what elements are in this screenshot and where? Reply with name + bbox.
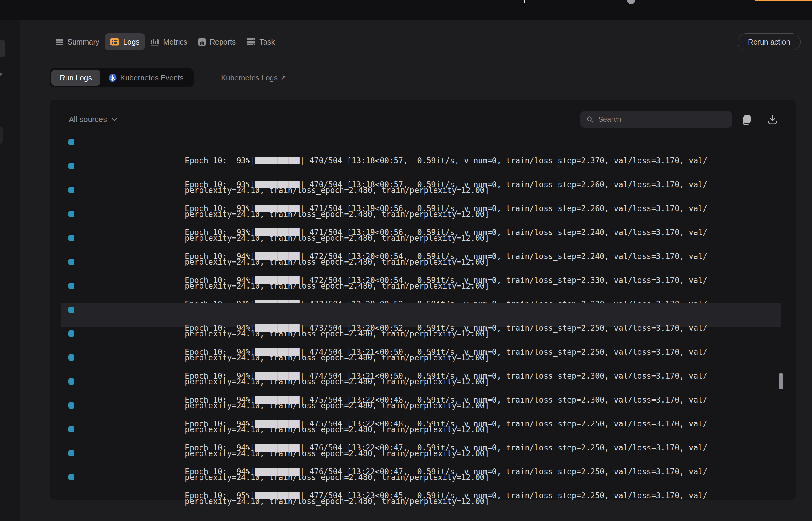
sidebar-item-partial[interactable] — [0, 40, 5, 57]
tab-summary[interactable]: Summary — [50, 33, 105, 50]
log-row[interactable]: Epoch 10: 94%|| 473/504 [13:20<00:52, 0.… — [61, 279, 782, 303]
copy-logs-button[interactable] — [740, 113, 753, 126]
tab-label: Metrics — [163, 38, 187, 46]
run-logs-panel: All sources Epoch 10: 93%|| 470/504 [13:… — [50, 100, 796, 500]
log-row[interactable]: Epoch 10: 94%|| 472/504 [13:20<00:54, 0.… — [61, 255, 782, 279]
log-row[interactable]: Epoch 10: 93%|| 470/504 [13:18<00:57, 0.… — [61, 135, 782, 159]
log-level-bullet — [68, 139, 74, 145]
logs-subtabs: Run Logs Kubernetes Events — [50, 68, 194, 87]
tab-task[interactable]: Task — [241, 33, 280, 50]
tab-label: Reports — [210, 38, 236, 46]
user-avatar[interactable] — [627, 0, 635, 4]
log-level-bullet — [68, 307, 74, 313]
log-row[interactable]: Epoch 10: 95%|| 477/504 [13:23<00:45, 0.… — [61, 470, 782, 494]
log-row[interactable]: Epoch 10: 94%|| 476/504 [13:22<00:47, 0.… — [61, 446, 782, 470]
progress-bar — [255, 492, 300, 499]
summary-lines-icon — [55, 38, 63, 46]
log-level-bullet — [68, 426, 74, 432]
search-icon — [586, 115, 593, 123]
log-level-bullet — [68, 282, 74, 289]
log-level-bullet — [68, 355, 74, 361]
kubernetes-icon — [109, 74, 117, 82]
log-level-bullet — [68, 259, 74, 265]
log-row[interactable]: Epoch 10: 94%|| 474/504 [13:21<00:50, 0.… — [61, 350, 782, 375]
accent-progress-line — [755, 0, 812, 1]
download-icon — [767, 115, 777, 125]
tab-logs[interactable]: Logs — [105, 33, 145, 50]
caret-mark — [524, 0, 525, 3]
log-row[interactable]: Epoch 10: 94%|| 472/504 [13:20<00:54, 0.… — [61, 231, 782, 255]
link-label: Kubernetes Logs — [221, 73, 278, 82]
log-level-bullet — [68, 331, 74, 337]
tab-label: Logs — [123, 38, 139, 46]
left-sidebar — [0, 20, 20, 521]
log-search — [581, 111, 732, 128]
report-doc-icon — [198, 38, 206, 46]
log-row[interactable]: Epoch 10: 94%|| 475/504 [13:22<00:48, 0.… — [61, 375, 782, 399]
kubernetes-logs-link[interactable]: Kubernetes Logs ↗ — [221, 68, 286, 87]
log-level-bullet — [68, 163, 74, 169]
log-text: Epoch 10: 95%|| 477/504 [13:23<00:45, 0.… — [185, 471, 707, 521]
subtab-kubernetes-events[interactable]: Kubernetes Events — [100, 70, 192, 86]
tab-reports[interactable]: Reports — [193, 33, 242, 50]
bar-chart-icon — [150, 38, 159, 46]
stack-icon — [247, 38, 255, 46]
log-row[interactable]: Epoch 10: 94%|| 474/504 [13:21<00:50, 0.… — [61, 326, 782, 350]
log-level-bullet — [68, 474, 74, 480]
tab-metrics[interactable]: Metrics — [145, 33, 193, 50]
log-row[interactable]: Epoch 10: 94%|| 475/504 [13:22<00:48, 0.… — [61, 399, 782, 422]
log-level-bullet — [68, 450, 74, 456]
log-scrollbar-thumb[interactable] — [779, 373, 783, 389]
tab-label: Summary — [67, 38, 99, 46]
rerun-action-button[interactable]: Rerun action — [738, 33, 800, 50]
log-level-bullet — [68, 378, 74, 385]
log-level-bullet — [68, 235, 74, 241]
log-row[interactable]: Epoch 10: 93%|| 471/504 [13:19<00:56, 0.… — [61, 207, 782, 231]
detail-tabs: Summary Logs Metrics Reports Task — [50, 33, 280, 50]
log-row[interactable]: Epoch 10: 94%|| 476/504 [13:22<00:47, 0.… — [61, 422, 782, 446]
log-level-bullet — [68, 187, 74, 193]
log-level-bullet — [68, 211, 74, 217]
search-input[interactable] — [598, 115, 726, 124]
log-row[interactable]: Epoch 10: 94%|| 473/504 [13:20<00:52, 0.… — [61, 303, 782, 326]
copy-icon — [742, 114, 752, 125]
source-filter-dropdown[interactable]: All sources — [69, 115, 118, 124]
external-link-icon: ↗ — [280, 73, 286, 82]
log-row[interactable]: Epoch 10: 93%|| 470/504 [13:18<00:57, 0.… — [61, 159, 782, 183]
sidebar-dot — [0, 73, 2, 76]
subtab-label: Run Logs — [60, 73, 92, 82]
logs-card-icon — [110, 38, 119, 46]
download-logs-button[interactable] — [766, 113, 779, 126]
tab-label: Task — [260, 38, 275, 46]
subtab-label: Kubernetes Events — [120, 73, 183, 82]
sidebar-item-partial[interactable] — [0, 127, 3, 144]
chevron-down-icon — [111, 116, 118, 123]
source-filter-label: All sources — [69, 115, 107, 124]
top-bar — [0, 0, 812, 20]
log-row[interactable]: Epoch 10: 93%|| 471/504 [13:19<00:56, 0.… — [61, 183, 782, 207]
subtab-run-logs[interactable]: Run Logs — [51, 70, 100, 86]
log-level-bullet — [68, 402, 74, 409]
log-rows: Epoch 10: 93%|| 470/504 [13:18<00:57, 0.… — [61, 135, 782, 494]
